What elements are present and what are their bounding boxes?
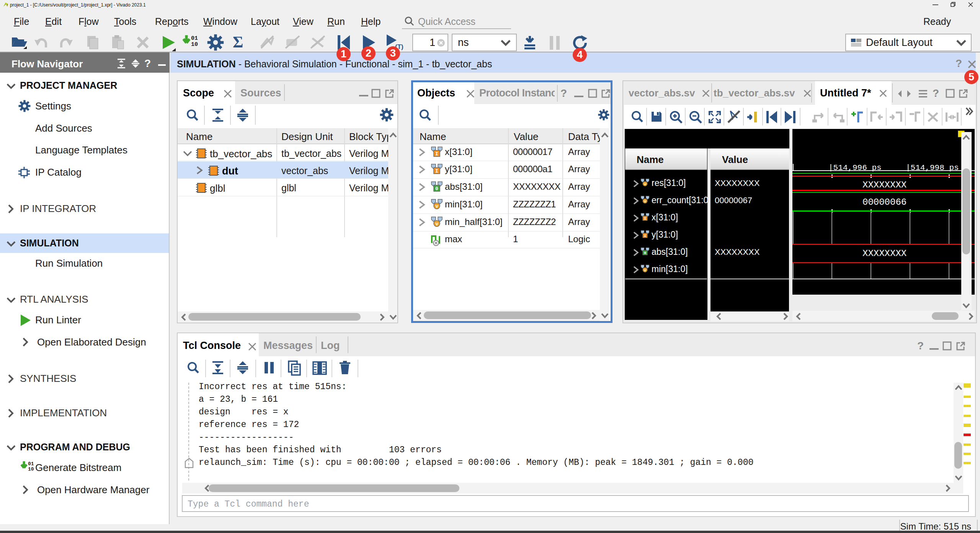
svg-text:I: I	[435, 168, 438, 174]
svg-text:I: I	[644, 217, 646, 221]
svg-text:10: 10	[28, 466, 34, 472]
svg-text:0: 0	[435, 186, 438, 192]
svg-text:v: v	[644, 182, 646, 186]
svg-text:v: v	[644, 199, 646, 204]
svg-text:v: v	[644, 268, 646, 272]
svg-text:0: 0	[644, 251, 646, 255]
svg-text:I: I	[435, 151, 438, 157]
svg-text:01: 01	[191, 35, 198, 42]
svg-text:10: 10	[191, 41, 198, 48]
svg-text:v: v	[436, 222, 438, 227]
svg-text:I: I	[644, 234, 646, 238]
svg-text:01: 01	[28, 461, 34, 467]
svg-text:v: v	[436, 204, 438, 209]
